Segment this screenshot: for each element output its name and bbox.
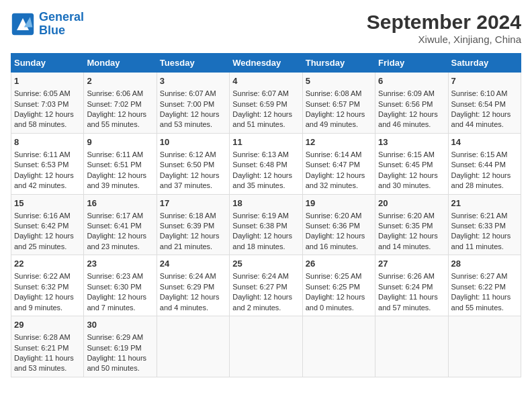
- col-thursday: Thursday: [302, 54, 375, 73]
- day-number: 13: [378, 136, 445, 148]
- col-sunday: Sunday: [11, 54, 84, 73]
- col-saturday: Saturday: [448, 54, 521, 73]
- sunrise: Sunrise: 6:18 AM: [160, 212, 216, 220]
- daylight: Daylight: 12 hours and 32 minutes.: [306, 171, 365, 189]
- day-number: 27: [378, 258, 445, 270]
- table-cell: 15Sunrise: 6:16 AMSunset: 6:42 PMDayligh…: [11, 194, 84, 255]
- sunrise: Sunrise: 6:24 AM: [232, 272, 289, 280]
- daylight: Daylight: 12 hours and 21 minutes.: [160, 232, 220, 250]
- table-cell: 24Sunrise: 6:24 AMSunset: 6:29 PMDayligh…: [157, 255, 229, 316]
- table-cell: 20Sunrise: 6:20 AMSunset: 6:35 PMDayligh…: [375, 194, 448, 255]
- day-number: 9: [87, 136, 153, 148]
- table-cell: 17Sunrise: 6:18 AMSunset: 6:39 PMDayligh…: [157, 194, 229, 255]
- sunrise: Sunrise: 6:27 AM: [451, 272, 508, 280]
- sunset: Sunset: 7:00 PM: [160, 100, 214, 108]
- table-cell: 30Sunrise: 6:29 AMSunset: 6:19 PMDayligh…: [84, 316, 157, 377]
- day-number: 30: [87, 319, 153, 331]
- daylight: Daylight: 12 hours and 0 minutes.: [306, 293, 365, 311]
- sunset: Sunset: 6:39 PM: [160, 222, 214, 230]
- sunrise: Sunrise: 6:20 AM: [306, 212, 362, 220]
- sunrise: Sunrise: 6:10 AM: [451, 89, 508, 97]
- sunset: Sunset: 6:59 PM: [232, 100, 287, 108]
- daylight: Daylight: 12 hours and 11 minutes.: [451, 232, 511, 250]
- sunset: Sunset: 6:41 PM: [87, 222, 141, 230]
- sunrise: Sunrise: 6:12 AM: [160, 150, 216, 158]
- table-cell: 11Sunrise: 6:13 AMSunset: 6:48 PMDayligh…: [230, 133, 302, 194]
- sunset: Sunset: 6:19 PM: [87, 344, 141, 352]
- table-row: 1Sunrise: 6:05 AMSunset: 7:03 PMDaylight…: [11, 73, 521, 134]
- logo-text: General Blue: [39, 11, 84, 38]
- sunrise: Sunrise: 6:16 AM: [14, 212, 71, 220]
- title-block: September 2024 Xiwule, Xinjiang, China: [367, 11, 521, 45]
- page-header: General Blue September 2024 Xiwule, Xinj…: [11, 11, 521, 45]
- sunset: Sunset: 6:32 PM: [14, 283, 69, 291]
- sunset: Sunset: 6:44 PM: [451, 161, 506, 169]
- sunrise: Sunrise: 6:15 AM: [378, 150, 435, 158]
- day-number: 17: [160, 197, 226, 210]
- table-cell: 10Sunrise: 6:12 AMSunset: 6:50 PMDayligh…: [157, 133, 229, 194]
- page-subtitle: Xiwule, Xinjiang, China: [367, 34, 521, 45]
- table-cell: 13Sunrise: 6:15 AMSunset: 6:45 PMDayligh…: [375, 133, 448, 194]
- logo: General Blue: [11, 11, 84, 38]
- sunset: Sunset: 7:02 PM: [87, 100, 141, 108]
- daylight: Daylight: 12 hours and 7 minutes.: [87, 293, 146, 311]
- table-cell: 18Sunrise: 6:19 AMSunset: 6:38 PMDayligh…: [230, 194, 302, 255]
- day-number: 24: [160, 258, 226, 270]
- sunrise: Sunrise: 6:24 AM: [160, 272, 216, 280]
- sunrise: Sunrise: 6:29 AM: [87, 333, 143, 341]
- daylight: Daylight: 11 hours and 53 minutes.: [14, 354, 74, 372]
- sunrise: Sunrise: 6:15 AM: [451, 150, 508, 158]
- sunrise: Sunrise: 6:11 AM: [87, 150, 143, 158]
- table-cell: [230, 316, 302, 377]
- table-cell: [157, 316, 229, 377]
- logo-icon: [11, 12, 35, 36]
- sunset: Sunset: 6:36 PM: [306, 222, 360, 230]
- sunset: Sunset: 6:42 PM: [14, 222, 69, 230]
- daylight: Daylight: 12 hours and 49 minutes.: [306, 110, 365, 128]
- table-cell: 6Sunrise: 6:09 AMSunset: 6:56 PMDaylight…: [375, 73, 448, 134]
- table-cell: 21Sunrise: 6:21 AMSunset: 6:33 PMDayligh…: [448, 194, 521, 255]
- sunset: Sunset: 6:47 PM: [306, 161, 360, 169]
- header-row: Sunday Monday Tuesday Wednesday Thursday…: [11, 54, 521, 73]
- table-cell: 5Sunrise: 6:08 AMSunset: 6:57 PMDaylight…: [302, 73, 375, 134]
- daylight: Daylight: 12 hours and 28 minutes.: [451, 171, 511, 189]
- table-cell: 25Sunrise: 6:24 AMSunset: 6:27 PMDayligh…: [230, 255, 302, 316]
- sunset: Sunset: 6:54 PM: [451, 100, 506, 108]
- sunset: Sunset: 6:29 PM: [160, 283, 214, 291]
- col-friday: Friday: [375, 54, 448, 73]
- table-cell: 1Sunrise: 6:05 AMSunset: 7:03 PMDaylight…: [11, 73, 84, 134]
- day-number: 20: [378, 197, 445, 210]
- day-number: 3: [160, 75, 226, 87]
- daylight: Daylight: 12 hours and 2 minutes.: [232, 293, 292, 311]
- daylight: Daylight: 11 hours and 55 minutes.: [451, 293, 511, 311]
- day-number: 15: [14, 197, 81, 210]
- sunset: Sunset: 6:50 PM: [160, 161, 214, 169]
- col-monday: Monday: [84, 54, 157, 73]
- sunset: Sunset: 6:56 PM: [378, 100, 433, 108]
- daylight: Daylight: 12 hours and 46 minutes.: [378, 110, 438, 128]
- table-cell: 8Sunrise: 6:11 AMSunset: 6:53 PMDaylight…: [11, 133, 84, 194]
- calendar-table: Sunday Monday Tuesday Wednesday Thursday…: [11, 53, 521, 377]
- day-number: 11: [232, 136, 299, 148]
- table-cell: 22Sunrise: 6:22 AMSunset: 6:32 PMDayligh…: [11, 255, 84, 316]
- table-cell: 14Sunrise: 6:15 AMSunset: 6:44 PMDayligh…: [448, 133, 521, 194]
- daylight: Daylight: 12 hours and 14 minutes.: [378, 232, 438, 250]
- sunset: Sunset: 6:22 PM: [451, 283, 506, 291]
- day-number: 29: [14, 319, 81, 331]
- day-number: 8: [14, 136, 81, 148]
- daylight: Daylight: 12 hours and 53 minutes.: [160, 110, 220, 128]
- sunrise: Sunrise: 6:21 AM: [451, 212, 508, 220]
- sunset: Sunset: 6:33 PM: [451, 222, 506, 230]
- daylight: Daylight: 12 hours and 16 minutes.: [306, 232, 365, 250]
- day-number: 4: [232, 75, 299, 87]
- sunset: Sunset: 6:57 PM: [306, 100, 360, 108]
- daylight: Daylight: 12 hours and 30 minutes.: [378, 171, 438, 189]
- table-row: 22Sunrise: 6:22 AMSunset: 6:32 PMDayligh…: [11, 255, 521, 316]
- daylight: Daylight: 12 hours and 9 minutes.: [14, 293, 74, 311]
- sunset: Sunset: 6:48 PM: [232, 161, 287, 169]
- daylight: Daylight: 12 hours and 37 minutes.: [160, 171, 220, 189]
- day-number: 26: [306, 258, 372, 270]
- sunrise: Sunrise: 6:07 AM: [232, 89, 289, 97]
- sunrise: Sunrise: 6:07 AM: [160, 89, 216, 97]
- sunset: Sunset: 6:35 PM: [378, 222, 433, 230]
